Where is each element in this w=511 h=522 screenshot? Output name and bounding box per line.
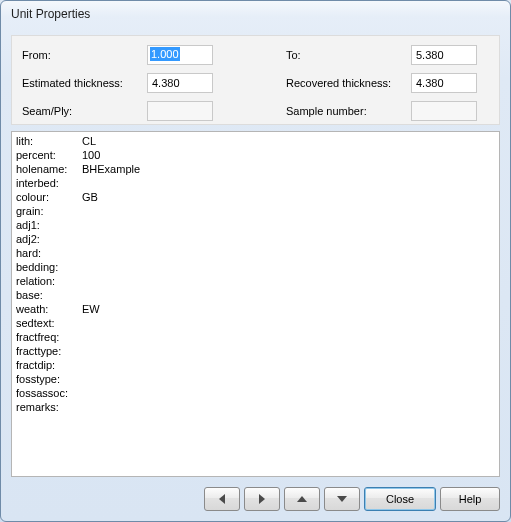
- detail-value: CL: [82, 134, 495, 148]
- window-frame: Unit Properties From: 1.000 To: Estimate…: [0, 0, 511, 522]
- rec-thickness-input[interactable]: [411, 73, 477, 93]
- detail-row: fractdip:: [16, 358, 495, 372]
- detail-value: [82, 176, 495, 190]
- detail-row: colour:GB: [16, 190, 495, 204]
- detail-row: fossassoc:: [16, 386, 495, 400]
- detail-row: interbed:: [16, 176, 495, 190]
- detail-value: [82, 330, 495, 344]
- detail-value: [82, 274, 495, 288]
- detail-row: weath:EW: [16, 302, 495, 316]
- from-label: From:: [22, 49, 147, 61]
- detail-row: hard:: [16, 246, 495, 260]
- detail-key: fractdip:: [16, 358, 82, 372]
- detail-key: sedtext:: [16, 316, 82, 330]
- est-thickness-label: Estimated thickness:: [22, 77, 147, 89]
- detail-value: [82, 218, 495, 232]
- detail-value: [82, 316, 495, 330]
- arrow-right-icon: [259, 494, 265, 504]
- detail-row: percent:100: [16, 148, 495, 162]
- prev-button[interactable]: [204, 487, 240, 511]
- detail-row: remarks:: [16, 400, 495, 414]
- detail-value: [82, 372, 495, 386]
- detail-row: adj1:: [16, 218, 495, 232]
- arrow-up-icon: [297, 496, 307, 502]
- detail-key: adj1:: [16, 218, 82, 232]
- seam-ply-label: Seam/Ply:: [22, 105, 147, 117]
- detail-value: [82, 344, 495, 358]
- detail-value: 100: [82, 148, 495, 162]
- detail-key: bedding:: [16, 260, 82, 274]
- detail-row: fosstype:: [16, 372, 495, 386]
- to-label: To:: [286, 49, 411, 61]
- detail-value: GB: [82, 190, 495, 204]
- details-panel: lith:CLpercent:100holename:BHExampleinte…: [11, 131, 500, 477]
- detail-row: grain:: [16, 204, 495, 218]
- to-input[interactable]: [411, 45, 477, 65]
- detail-key: fossassoc:: [16, 386, 82, 400]
- detail-key: fosstype:: [16, 372, 82, 386]
- arrow-down-icon: [337, 496, 347, 502]
- detail-value: BHExample: [82, 162, 495, 176]
- next-button[interactable]: [244, 487, 280, 511]
- detail-row: fractfreq:: [16, 330, 495, 344]
- down-button[interactable]: [324, 487, 360, 511]
- sample-number-input[interactable]: [411, 101, 477, 121]
- detail-key: colour:: [16, 190, 82, 204]
- detail-value: [82, 400, 495, 414]
- detail-key: lith:: [16, 134, 82, 148]
- detail-key: hard:: [16, 246, 82, 260]
- detail-row: sedtext:: [16, 316, 495, 330]
- detail-value: EW: [82, 302, 495, 316]
- detail-key: grain:: [16, 204, 82, 218]
- up-button[interactable]: [284, 487, 320, 511]
- detail-value: [82, 246, 495, 260]
- detail-key: relation:: [16, 274, 82, 288]
- detail-row: fracttype:: [16, 344, 495, 358]
- detail-key: adj2:: [16, 232, 82, 246]
- detail-value: [82, 232, 495, 246]
- from-input[interactable]: [147, 45, 213, 65]
- detail-key: fractfreq:: [16, 330, 82, 344]
- detail-value: [82, 358, 495, 372]
- close-button[interactable]: Close: [364, 487, 436, 511]
- form-panel: From: 1.000 To: Estimated thickness: Rec…: [11, 35, 500, 125]
- seam-ply-input[interactable]: [147, 101, 213, 121]
- detail-value: [82, 386, 495, 400]
- button-bar: Close Help: [11, 485, 500, 513]
- detail-row: adj2:: [16, 232, 495, 246]
- detail-value: [82, 260, 495, 274]
- detail-row: holename:BHExample: [16, 162, 495, 176]
- help-button[interactable]: Help: [440, 487, 500, 511]
- detail-key: remarks:: [16, 400, 82, 414]
- detail-key: base:: [16, 288, 82, 302]
- detail-row: base:: [16, 288, 495, 302]
- detail-row: lith:CL: [16, 134, 495, 148]
- detail-value: [82, 288, 495, 302]
- window-title: Unit Properties: [1, 1, 510, 27]
- detail-value: [82, 204, 495, 218]
- detail-key: fracttype:: [16, 344, 82, 358]
- arrow-left-icon: [219, 494, 225, 504]
- detail-row: relation:: [16, 274, 495, 288]
- est-thickness-input[interactable]: [147, 73, 213, 93]
- sample-number-label: Sample number:: [286, 105, 411, 117]
- detail-key: percent:: [16, 148, 82, 162]
- detail-key: interbed:: [16, 176, 82, 190]
- rec-thickness-label: Recovered thickness:: [286, 77, 411, 89]
- detail-key: holename:: [16, 162, 82, 176]
- detail-key: weath:: [16, 302, 82, 316]
- detail-row: bedding:: [16, 260, 495, 274]
